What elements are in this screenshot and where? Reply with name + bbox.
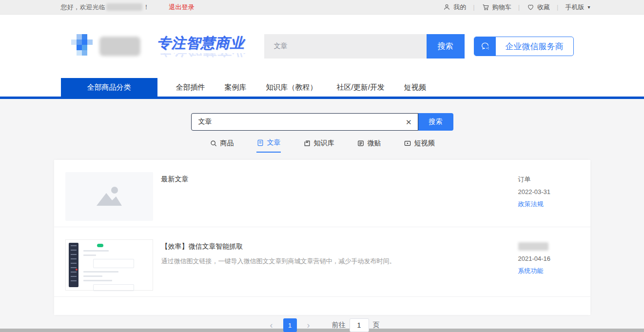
- nav-item-short-video[interactable]: 短视频: [394, 78, 436, 97]
- tab-label: 短视频: [414, 139, 435, 148]
- separator: |: [473, 3, 474, 11]
- wecom-service-label: 企业微信服务商: [496, 41, 573, 52]
- mobile-version-menu[interactable]: 手机版 ▾: [565, 3, 590, 12]
- goto-page-input[interactable]: [350, 318, 369, 332]
- video-icon: [404, 139, 411, 147]
- mobile-version-label: 手机版: [565, 3, 584, 12]
- heart-icon: [527, 3, 535, 11]
- wecom-chat-icon: [474, 37, 496, 56]
- my-account-link[interactable]: 我的: [443, 3, 466, 12]
- site-logo[interactable]: [71, 34, 149, 59]
- page-unit-label: 页: [373, 321, 380, 330]
- username-redacted: [106, 3, 142, 11]
- search-icon: [210, 139, 217, 147]
- post-icon: [357, 139, 365, 147]
- header-search-button[interactable]: 搜索: [427, 34, 465, 59]
- separator: |: [518, 3, 520, 11]
- cart-link[interactable]: 购物车: [482, 3, 511, 12]
- result-type-tabs: 商品 文章 知识库 微贴 短视频: [0, 137, 644, 153]
- header-search-input[interactable]: [264, 34, 427, 59]
- content-search-box: ✕: [191, 113, 418, 131]
- greeting-suffix: ！: [143, 3, 150, 12]
- next-page-icon[interactable]: ›: [302, 318, 315, 332]
- article-icon: [256, 139, 264, 147]
- page-number-current[interactable]: 1: [283, 318, 297, 332]
- goto-label: 前往: [332, 321, 346, 330]
- tab-label: 知识库: [314, 139, 334, 148]
- nav-item-all-categories[interactable]: 全部商品分类: [61, 78, 157, 97]
- slogan-reflection: 专注智慧商业: [157, 53, 250, 59]
- result-title[interactable]: 最新文章: [161, 175, 508, 184]
- slogan-text: 专注智慧商业: [157, 35, 245, 51]
- result-title[interactable]: 【效率】微信文章智能抓取: [161, 242, 508, 251]
- thumb-toggle: [97, 244, 103, 247]
- slogan: 专注智慧商业 专注智慧商业: [157, 34, 250, 59]
- thumb-admin-sidebar: [69, 243, 78, 287]
- result-row[interactable]: 【效率】微信文章智能抓取 通过微信图文链接，一键导入微信图文文章到商城文章营销中…: [54, 227, 590, 297]
- content-search-input[interactable]: [198, 118, 406, 126]
- site-header: 专注智慧商业 专注智慧商业 搜索 企业微信服务商: [0, 15, 644, 78]
- cart-label: 购物车: [492, 3, 511, 12]
- main-nav: 全部商品分类 全部插件 案例库 知识库（教程） 社区/更新/开发 短视频: [0, 78, 644, 97]
- knowledge-icon: [303, 139, 311, 147]
- tab-products[interactable]: 商品: [210, 137, 234, 153]
- favorites-label: 收藏: [537, 3, 550, 12]
- nav-item-community[interactable]: 社区/更新/开发: [327, 78, 394, 97]
- cart-icon: [482, 3, 490, 11]
- main-content: ✕ 搜索 商品 文章 知识库 微贴: [0, 99, 644, 329]
- results-card: 最新文章 订单 2022-03-31 政策法规: [54, 160, 590, 315]
- result-thumbnail-screenshot: [65, 239, 153, 291]
- logo-text-redacted: [99, 37, 140, 56]
- tab-label: 商品: [220, 139, 234, 148]
- thumb-badge-dot: [76, 269, 78, 271]
- tab-knowledge[interactable]: 知识库: [303, 137, 334, 153]
- result-row[interactable]: 最新文章 订单 2022-03-31 政策法规: [54, 160, 590, 227]
- image-placeholder-icon: [92, 183, 127, 210]
- horizontal-scrollbar[interactable]: [0, 329, 644, 332]
- greeting-text: 您好，欢迎光临: [61, 3, 105, 12]
- wecom-service-button[interactable]: 企业微信服务商: [474, 37, 574, 56]
- nav-item-case-library[interactable]: 案例库: [215, 78, 256, 97]
- tab-posts[interactable]: 微贴: [357, 137, 381, 153]
- content-search-button[interactable]: 搜索: [418, 113, 453, 131]
- topbar: 您好，欢迎光临 ！ 退出登录 我的 | 购物: [0, 0, 644, 15]
- thumb-admin-form: [78, 240, 153, 290]
- tab-label: 文章: [267, 138, 281, 147]
- result-category: 订单: [518, 175, 579, 184]
- tab-articles[interactable]: 文章: [256, 137, 281, 153]
- result-date: 2021-04-16: [518, 255, 579, 262]
- separator: |: [557, 3, 558, 11]
- chevron-down-icon: ▾: [587, 4, 590, 10]
- result-category-redacted: [518, 242, 548, 251]
- prev-page-icon[interactable]: ‹: [265, 318, 278, 332]
- logout-link[interactable]: 退出登录: [169, 3, 195, 12]
- favorites-link[interactable]: 收藏: [527, 3, 550, 12]
- result-date: 2022-03-31: [518, 188, 579, 195]
- logo-pixel-icon: [71, 34, 96, 59]
- clear-icon[interactable]: ✕: [406, 118, 412, 126]
- result-description: 通过微信图文链接，一键导入微信图文文章到商城文章营销中，减少手动发布时间。: [161, 256, 508, 266]
- content-search: ✕ 搜索: [191, 113, 453, 131]
- header-search: 搜索: [264, 34, 465, 59]
- nav-item-all-plugins[interactable]: 全部插件: [166, 78, 215, 97]
- tab-label: 微贴: [368, 139, 381, 148]
- result-thumbnail-placeholder: [65, 172, 153, 221]
- result-tag-link[interactable]: 政策法规: [518, 200, 579, 209]
- tab-short-video[interactable]: 短视频: [404, 137, 435, 153]
- result-tag-link[interactable]: 系统功能: [518, 267, 579, 275]
- user-icon: [443, 3, 451, 11]
- my-account-label: 我的: [453, 3, 466, 12]
- nav-item-knowledge-base[interactable]: 知识库（教程）: [256, 78, 327, 97]
